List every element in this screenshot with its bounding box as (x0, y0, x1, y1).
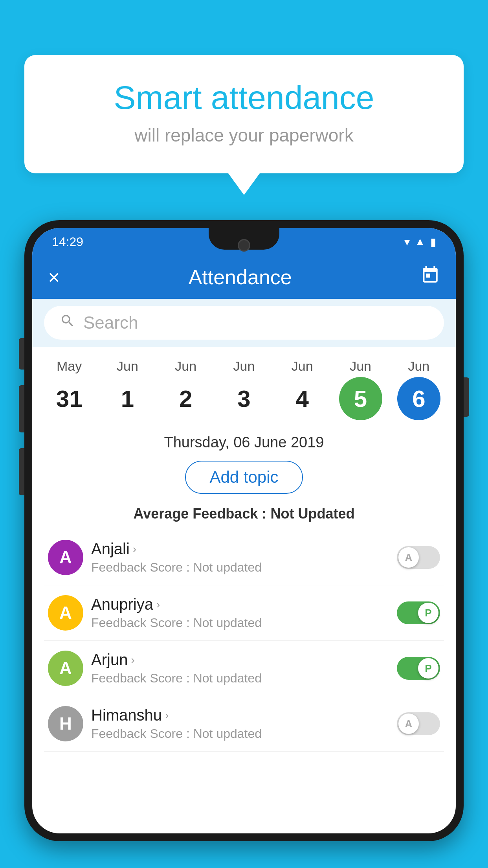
attendance-toggle[interactable]: A (397, 546, 440, 569)
chevron-right-icon: › (165, 709, 169, 722)
speech-bubble-subtitle: will replace your paperwork (52, 125, 436, 146)
cal-date-number[interactable]: 1 (106, 377, 149, 420)
student-name: Himanshu › (91, 706, 389, 724)
speech-bubble: Smart attendance will replace your paper… (24, 55, 464, 173)
calendar-day[interactable]: Jun4 (279, 359, 326, 420)
toggle-circle: A (398, 547, 419, 568)
avatar: A (48, 595, 83, 631)
student-info: Himanshu ›Feedback Score : Not updated (83, 706, 397, 741)
search-input[interactable]: Search (83, 313, 138, 333)
cal-date-number[interactable]: 4 (281, 377, 324, 420)
calendar-icon[interactable] (420, 265, 440, 289)
calendar-day[interactable]: Jun5 (337, 359, 384, 420)
phone-screen: 14:29 ▾ ▲ ▮ × Attendance (32, 228, 456, 833)
avatar: A (48, 651, 83, 686)
toggle-circle: P (418, 603, 438, 623)
selected-date-label: Thursday, 06 June 2019 (32, 424, 456, 457)
avg-feedback-label: Average Feedback : (134, 506, 271, 522)
cal-month-label: May (57, 359, 82, 374)
student-feedback-score: Feedback Score : Not updated (91, 560, 389, 575)
student-item[interactable]: AAnjali ›Feedback Score : Not updatedA (44, 530, 444, 585)
attendance-toggle[interactable]: P (397, 601, 440, 624)
cal-month-label: Jun (350, 359, 371, 374)
search-bar[interactable]: Search (44, 306, 444, 340)
student-feedback-score: Feedback Score : Not updated (91, 616, 389, 630)
student-name: Arjun › (91, 651, 389, 669)
student-info: Anupriya ›Feedback Score : Not updated (83, 596, 397, 630)
calendar-day[interactable]: May31 (46, 359, 93, 420)
cal-month-label: Jun (292, 359, 313, 374)
speech-bubble-title: Smart attendance (52, 79, 436, 117)
signal-icon: ▲ (415, 235, 426, 248)
add-topic-button[interactable]: Add topic (185, 461, 303, 494)
attendance-toggle[interactable]: A (397, 712, 440, 735)
calendar-day[interactable]: Jun3 (220, 359, 268, 420)
close-button[interactable]: × (48, 265, 60, 289)
chevron-right-icon: › (133, 543, 136, 555)
attendance-toggle[interactable]: P (397, 657, 440, 680)
app-bar: × Attendance (32, 256, 456, 299)
app-bar-title: Attendance (189, 265, 292, 289)
student-list: AAnjali ›Feedback Score : Not updatedAAA… (32, 530, 456, 752)
student-item[interactable]: AAnupriya ›Feedback Score : Not updatedP (44, 585, 444, 641)
wifi-icon: ▾ (404, 235, 410, 248)
student-info: Anjali ›Feedback Score : Not updated (83, 540, 397, 575)
speech-bubble-container: Smart attendance will replace your paper… (24, 55, 464, 195)
phone-notch (209, 228, 279, 250)
chevron-right-icon: › (156, 598, 160, 611)
phone-container: 14:29 ▾ ▲ ▮ × Attendance (24, 220, 464, 868)
student-item[interactable]: AArjun ›Feedback Score : Not updatedP (44, 641, 444, 696)
cal-month-label: Jun (233, 359, 255, 374)
student-feedback-score: Feedback Score : Not updated (91, 726, 389, 741)
calendar-day[interactable]: Jun2 (162, 359, 209, 420)
search-bar-container: Search (32, 299, 456, 347)
cal-date-number[interactable]: 6 (397, 377, 440, 420)
cal-month-label: Jun (117, 359, 138, 374)
volume-up-button (19, 385, 24, 432)
phone: 14:29 ▾ ▲ ▮ × Attendance (24, 220, 464, 841)
cal-date-number[interactable]: 2 (164, 377, 207, 420)
avatar: H (48, 706, 83, 741)
volume-silent-button (19, 338, 24, 370)
front-camera (238, 239, 250, 252)
cal-date-number[interactable]: 5 (339, 377, 382, 420)
chevron-right-icon: › (131, 654, 134, 666)
cal-date-number[interactable]: 31 (48, 377, 91, 420)
cal-month-label: Jun (408, 359, 429, 374)
student-feedback-score: Feedback Score : Not updated (91, 671, 389, 686)
avg-feedback-value: Not Updated (270, 506, 354, 522)
search-icon (60, 313, 75, 333)
avg-feedback: Average Feedback : Not Updated (32, 502, 456, 530)
calendar-day[interactable]: Jun1 (104, 359, 151, 420)
power-button (464, 377, 469, 417)
avatar: A (48, 540, 83, 575)
volume-down-button (19, 448, 24, 495)
student-info: Arjun ›Feedback Score : Not updated (83, 651, 397, 686)
cal-month-label: Jun (175, 359, 196, 374)
status-time: 14:29 (52, 235, 83, 249)
calendar-strip: May31Jun1Jun2Jun3Jun4Jun5Jun6 (32, 347, 456, 424)
student-item[interactable]: HHimanshu ›Feedback Score : Not updatedA (44, 696, 444, 752)
student-name: Anupriya › (91, 596, 389, 613)
add-topic-container: Add topic (32, 457, 456, 502)
student-name: Anjali › (91, 540, 389, 558)
cal-date-number[interactable]: 3 (222, 377, 266, 420)
speech-bubble-tail (228, 173, 260, 195)
calendar-day[interactable]: Jun6 (395, 359, 442, 420)
toggle-circle: A (398, 714, 419, 734)
toggle-circle: P (418, 658, 438, 679)
battery-icon: ▮ (430, 235, 436, 248)
status-icons: ▾ ▲ ▮ (404, 235, 436, 248)
